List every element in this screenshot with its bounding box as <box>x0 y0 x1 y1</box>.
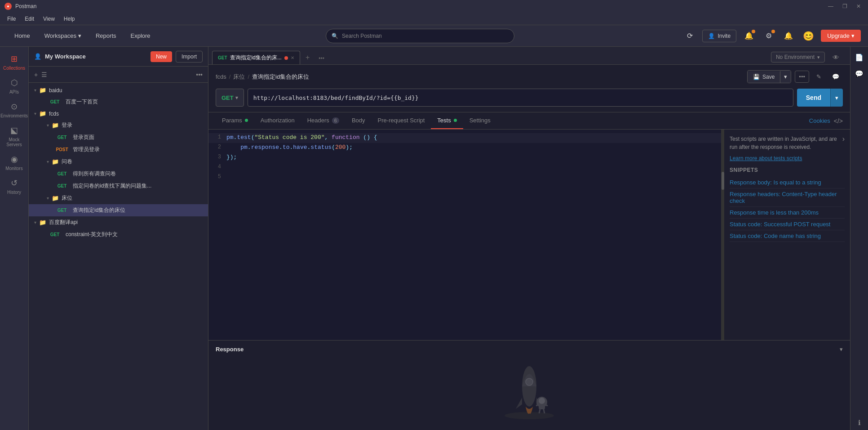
svg-rect-5 <box>539 404 545 409</box>
search-box[interactable]: 🔍 Search Postman <box>326 29 514 43</box>
filter-icon[interactable]: ☰ <box>41 71 47 78</box>
send-dropdown-btn[interactable]: ▾ <box>830 89 843 107</box>
menu-file[interactable]: File <box>4 14 19 23</box>
nav-reports[interactable]: Reports <box>89 29 124 43</box>
list-item[interactable]: GET 查询指定id集合的床位 <box>29 204 208 216</box>
method-badge: POST <box>54 147 70 152</box>
sidebar-item-monitors[interactable]: ◉ Monitors <box>2 151 27 175</box>
snippet-item[interactable]: Status code: Code name has string <box>730 230 845 242</box>
menu-help[interactable]: Help <box>60 14 79 23</box>
tab-params[interactable]: Params <box>216 112 254 129</box>
save-button[interactable]: 💾 Save <box>748 71 780 83</box>
breadcrumb-sep: / <box>229 73 231 80</box>
cookies-button[interactable]: Cookies <box>809 117 830 124</box>
tree-folder-login[interactable]: ▾ 📁 登录 <box>29 119 208 131</box>
minimize-button[interactable]: — <box>825 2 836 10</box>
person-icon: 👤 <box>708 33 715 39</box>
learn-more-link[interactable]: Learn more about tests scripts <box>730 155 802 161</box>
tab-authorization[interactable]: Authorization <box>254 112 301 129</box>
response-title: Response <box>216 346 244 353</box>
code-icon-btn[interactable]: </> <box>834 117 843 125</box>
tab-method-badge: GET <box>218 55 227 60</box>
editor-scrollbar[interactable] <box>722 130 724 340</box>
tree-folder-bed[interactable]: ▾ 📁 床位 <box>29 192 208 204</box>
nav-right: ⟳ 👤 Invite 🔔 ⚙ 🔔 😊 Upgrade ▾ <box>682 29 861 43</box>
tab-pre-request[interactable]: Pre-request Script <box>372 112 431 129</box>
sidebar-item-history[interactable]: ↺ History <box>2 175 27 198</box>
response-header: Response ▾ <box>216 346 843 353</box>
snippet-item[interactable]: Response body: Is equal to a string <box>730 177 845 188</box>
editor-line: 2 pm.response.to.have.status(200); <box>208 143 721 153</box>
menu-view[interactable]: View <box>40 14 58 23</box>
nav-home[interactable]: Home <box>7 29 37 43</box>
list-item[interactable]: POST 管理员登录 <box>29 143 208 156</box>
sidebar-item-collections[interactable]: ⊞ Collections <box>2 50 27 74</box>
nav-explore[interactable]: Explore <box>124 29 158 43</box>
more-options-btn[interactable]: ••• <box>795 71 809 83</box>
list-item[interactable]: GET 指定问卷的id查找下属的问题集... <box>29 180 208 192</box>
edit-icon-btn[interactable]: ✎ <box>813 71 825 82</box>
more-options-icon[interactable]: ••• <box>196 71 203 78</box>
tab-bed-request[interactable]: GET 查询指定id集合的床... ✕ <box>212 51 300 64</box>
notification-badge <box>752 30 755 33</box>
right-sidebar-comment-btn[interactable]: 💬 <box>852 67 867 81</box>
settings-icon-btn[interactable]: ⚙ <box>762 29 776 43</box>
history-icon: ↺ <box>11 178 18 188</box>
tree-folder-fcds[interactable]: ▾ 📁 fcds <box>29 108 208 119</box>
tab-tests[interactable]: Tests <box>431 112 463 129</box>
list-item[interactable]: GET constraint-英文到中文 <box>29 228 208 241</box>
editor-line: 1 pm.test("Status code is 200", function… <box>208 133 721 143</box>
tree-folder-baidu-translate[interactable]: ▾ 📁 百度翻译api <box>29 216 208 228</box>
method-badge: GET <box>54 183 70 189</box>
maximize-button[interactable]: ❐ <box>840 2 850 10</box>
invite-button[interactable]: 👤 Invite <box>702 30 736 42</box>
right-sidebar-doc-btn[interactable]: 📄 <box>852 50 867 65</box>
snippet-item[interactable]: Response time is less than 200ms <box>730 207 845 219</box>
tab-headers[interactable]: Headers 6 <box>301 112 345 129</box>
list-item[interactable]: GET 登录页面 <box>29 131 208 143</box>
upgrade-button[interactable]: Upgrade ▾ <box>821 30 861 42</box>
response-collapse-btn[interactable]: ▾ <box>840 346 843 353</box>
breadcrumb-part-1[interactable]: fcds <box>216 73 226 80</box>
new-button[interactable]: New <box>151 51 172 62</box>
avatar-btn[interactable]: 😊 <box>801 29 815 43</box>
code-editor[interactable]: 1 pm.test("Status code is 200", function… <box>208 130 722 340</box>
url-input[interactable] <box>248 89 793 107</box>
svg-line-8 <box>539 409 540 413</box>
snippet-item[interactable]: Status code: Successful POST request <box>730 219 845 230</box>
sidebar-item-mock-servers[interactable]: ⬕ Mock Servers <box>2 122 27 151</box>
sidebar-item-apis[interactable]: ⬡ APIs <box>2 74 27 98</box>
close-button[interactable]: ✕ <box>854 2 864 10</box>
tab-body[interactable]: Body <box>345 112 372 129</box>
method-selector[interactable]: GET ▾ <box>216 89 244 107</box>
sync-icon-btn[interactable]: ⟳ <box>682 29 697 43</box>
collections-panel: 👤 My Workspace New Import + ☰ ••• ▾ 📁 ba… <box>29 47 208 430</box>
snippet-item[interactable]: Response headers: Content-Type header ch… <box>730 188 845 207</box>
tab-settings[interactable]: Settings <box>463 112 497 129</box>
breadcrumb-part-2[interactable]: 床位 <box>233 73 245 81</box>
menu-edit[interactable]: Edit <box>21 14 38 23</box>
environment-selector[interactable]: No Environment ▾ <box>771 52 825 63</box>
sidebar-item-environments[interactable]: ⊙ Environments <box>2 98 27 122</box>
more-tabs-icon[interactable]: ••• <box>314 53 329 64</box>
notification-icon-btn[interactable]: 🔔 <box>742 29 756 43</box>
tab-close-icon[interactable]: ✕ <box>291 55 294 60</box>
panel-toolbar: + ☰ ••• <box>29 67 208 83</box>
import-button[interactable]: Import <box>176 51 203 63</box>
alerts-icon-btn[interactable]: 🔔 <box>781 29 796 43</box>
list-item[interactable]: GET 百度一下首页 <box>29 96 208 108</box>
eye-icon-btn[interactable]: 👁 <box>828 50 843 64</box>
nav-workspaces[interactable]: Workspaces ▾ <box>37 29 89 43</box>
add-icon[interactable]: + <box>34 71 38 78</box>
tree-folder-baidu[interactable]: ▾ 📁 baidu <box>29 85 208 96</box>
comment-icon-btn[interactable]: 💬 <box>828 71 843 82</box>
add-tab-icon[interactable]: + <box>301 51 314 64</box>
expand-icon-btn[interactable]: › <box>842 135 845 143</box>
tree-folder-questionnaire[interactable]: ▾ 📁 问卷 <box>29 156 208 168</box>
app-logo: ● <box>4 3 12 10</box>
right-sidebar-info-btn[interactable]: ℹ <box>852 416 867 430</box>
send-button[interactable]: Send <box>797 89 830 107</box>
list-item[interactable]: GET 得到所有调查问卷 <box>29 168 208 180</box>
mock-servers-icon: ⬕ <box>10 125 18 135</box>
save-dropdown-btn[interactable]: ▾ <box>780 71 791 83</box>
